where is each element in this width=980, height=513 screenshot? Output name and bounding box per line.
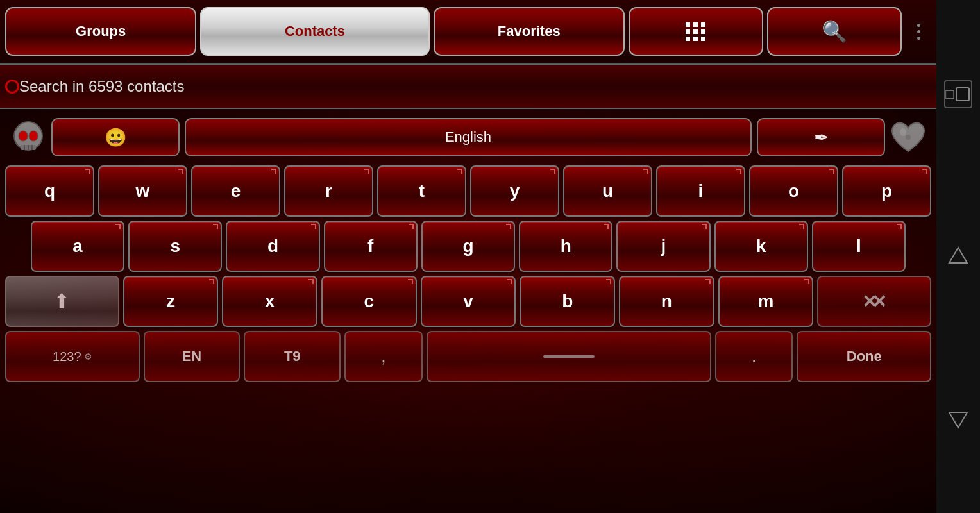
grid-view-button[interactable] xyxy=(629,7,763,56)
comma-key[interactable]: , xyxy=(344,331,422,382)
svg-point-2 xyxy=(29,131,38,141)
key-r[interactable]: r xyxy=(284,165,373,217)
key-j[interactable]: j xyxy=(616,221,710,272)
key-z[interactable]: z xyxy=(123,276,219,327)
home-button[interactable] xyxy=(944,242,972,271)
main-content: Groups Contacts Favorites 🔍 Search in 65… xyxy=(0,0,936,513)
key-a[interactable]: a xyxy=(31,221,124,272)
space-icon xyxy=(543,355,595,358)
key-o[interactable]: o xyxy=(749,165,838,217)
period-key[interactable]: . xyxy=(715,331,793,382)
back-button[interactable] xyxy=(944,405,972,433)
heart-icon xyxy=(889,118,927,156)
keyboard-row-2: a s d f g h j k l xyxy=(5,221,931,272)
period-label: . xyxy=(752,346,757,367)
grid-icon xyxy=(686,22,706,41)
keyboard-row-1: q w e r t y u i o p xyxy=(5,165,931,217)
favorites-tab[interactable]: Favorites xyxy=(434,7,625,56)
key-d[interactable]: d xyxy=(226,221,319,272)
delete-key[interactable]: ✕✕ xyxy=(817,276,931,327)
svg-point-7 xyxy=(900,128,906,136)
square-icon-svg xyxy=(954,86,971,103)
numbers-key[interactable]: 123? ⚙ xyxy=(5,331,140,382)
key-e[interactable]: e xyxy=(191,165,280,217)
key-m[interactable]: m xyxy=(718,276,814,327)
heart-button[interactable] xyxy=(885,115,931,159)
key-c[interactable]: c xyxy=(321,276,417,327)
nav-bar: Groups Contacts Favorites 🔍 xyxy=(0,0,936,64)
search-icon: 🔍 xyxy=(822,19,847,44)
language-label: English xyxy=(445,129,491,146)
key-l[interactable]: l xyxy=(812,221,906,272)
keyboard-top-row: 😀 English ✒ xyxy=(5,115,931,159)
key-b[interactable]: b xyxy=(520,276,615,327)
key-g[interactable]: g xyxy=(421,221,515,272)
pen-icon: ✒ xyxy=(814,127,829,148)
search-button[interactable]: 🔍 xyxy=(767,7,902,56)
shift-key[interactable]: ⬆ xyxy=(5,276,119,327)
t9-key[interactable]: T9 xyxy=(244,331,341,382)
gear-icon: ⚙ xyxy=(84,351,92,362)
system-sidebar: □ xyxy=(936,0,980,513)
back-icon xyxy=(947,407,970,430)
svg-rect-9 xyxy=(956,88,969,101)
more-options-button[interactable] xyxy=(906,7,931,56)
home-icon xyxy=(947,245,970,268)
key-k[interactable]: k xyxy=(714,221,808,272)
key-p[interactable]: p xyxy=(842,165,931,217)
contacts-tab[interactable]: Contacts xyxy=(200,7,429,56)
pen-button[interactable]: ✒ xyxy=(757,118,885,156)
key-u[interactable]: u xyxy=(563,165,652,217)
skull-icon xyxy=(9,118,47,156)
comma-label: , xyxy=(381,346,386,367)
svg-marker-11 xyxy=(949,412,967,428)
space-key[interactable] xyxy=(427,331,711,382)
lang-key-label: EN xyxy=(182,348,202,365)
key-f[interactable]: f xyxy=(324,221,418,272)
groups-label: Groups xyxy=(76,23,126,40)
search-placeholder-text: Search in 6593 contacts xyxy=(19,78,185,96)
key-q[interactable]: q xyxy=(5,165,94,217)
favorites-label: Favorites xyxy=(498,23,561,40)
skull-button[interactable] xyxy=(5,115,51,159)
search-bar[interactable]: Search in 6593 contacts xyxy=(0,64,936,109)
svg-marker-10 xyxy=(949,248,967,263)
done-label: Done xyxy=(847,348,882,365)
key-n[interactable]: n xyxy=(619,276,714,327)
contacts-label: Contacts xyxy=(285,23,345,40)
key-i[interactable]: i xyxy=(656,165,745,217)
shift-icon: ⬆ xyxy=(53,289,71,314)
key-w[interactable]: w xyxy=(98,165,187,217)
key-t[interactable]: t xyxy=(377,165,466,217)
done-key[interactable]: Done xyxy=(797,331,931,382)
t9-label: T9 xyxy=(284,348,301,365)
key-h[interactable]: h xyxy=(519,221,612,272)
key-x[interactable]: x xyxy=(222,276,317,327)
emoji-button[interactable]: 😀 xyxy=(51,118,180,156)
svg-point-1 xyxy=(19,131,28,141)
language-button[interactable]: English xyxy=(185,118,752,156)
groups-tab[interactable]: Groups xyxy=(5,7,196,56)
square-icon: □ xyxy=(945,86,954,103)
svg-point-8 xyxy=(906,135,911,140)
keyboard-area: 😀 English ✒ q w e r t y u xyxy=(0,109,936,389)
delete-icon: ✕✕ xyxy=(862,291,886,312)
key-v[interactable]: v xyxy=(421,276,516,327)
keyboard-bottom-row: 123? ⚙ EN T9 , . Done xyxy=(5,331,931,382)
key-s[interactable]: s xyxy=(128,221,222,272)
keyboard-row-3: ⬆ z x c v b n m ✕✕ xyxy=(5,276,931,327)
language-switch-key[interactable]: EN xyxy=(144,331,241,382)
key-y[interactable]: y xyxy=(470,165,559,217)
recent-apps-button[interactable]: □ xyxy=(944,80,972,108)
numbers-label: 123? xyxy=(53,349,81,364)
emoji-icon: 😀 xyxy=(105,127,127,148)
